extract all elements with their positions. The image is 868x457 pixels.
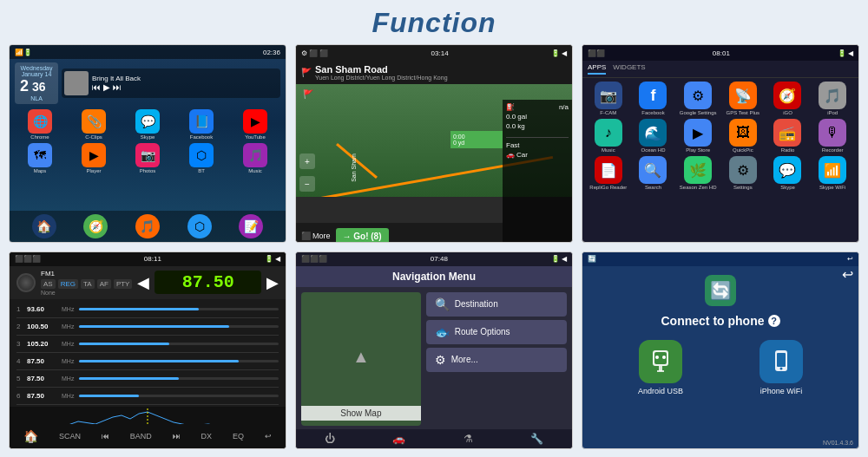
app-facebook-label: Facebook [190,134,213,140]
app-igo[interactable]: 🧭 iGO [767,82,809,115]
app-play[interactable]: ▶ Play Store [677,119,719,153]
next-freq-btn[interactable]: ▶ [266,273,279,292]
nav-statusbar: ⚙ ⬛ ⬛ 03:14 🔋 ◀ [296,45,572,61]
more-nav-btn[interactable]: ⚙ More... [426,348,567,372]
radio-status-left: ⬛⬛⬛ [15,255,41,263]
app-skype2[interactable]: 💬 Skype [767,156,809,190]
app-chrome-icon: 🌐 [28,109,52,134]
radio-knob[interactable] [16,273,36,292]
radio-home-btn[interactable]: 🏠 [23,429,38,443]
app-fb-label: Facebook [641,110,664,115]
app-skypewifi-icon: 📶 [819,156,846,184]
date-widget: Wednesday January 14 2 36 NLA [15,62,58,104]
app-recorder[interactable]: 🎙 Recorder [812,119,853,153]
scan-btn[interactable]: SCAN [59,432,81,441]
radio-statusbar: ⬛⬛⬛ 08:11 🔋 ◀ [10,252,286,266]
tab-apps[interactable]: APPS [588,63,606,75]
pty-btn[interactable]: PTY [114,279,133,289]
help-icon[interactable]: ? [768,315,780,327]
back-btn[interactable]: ↩ [265,432,272,441]
app-play-icon: ▶ [684,119,712,147]
app-music[interactable]: 🎵 Music [230,143,280,173]
dock-home[interactable]: 🏠 [32,214,56,238]
prev-freq-btn[interactable]: ◀ [137,273,149,292]
route-options-btn[interactable]: 🐟 Route Options [426,320,567,344]
app-skypewifi[interactable]: 📶 Skype WiFi [812,156,853,190]
freq-unit-1: MHz [62,306,79,312]
nav-more-btn[interactable]: ⬛ More [301,232,331,240]
dock-music[interactable]: 🎵 [135,214,160,238]
af-btn[interactable]: AF [97,279,111,289]
app-music2[interactable]: ♪ Music [588,119,629,153]
app-season[interactable]: 🌿 Season Zen HD [677,156,719,190]
ta-btn[interactable]: TA [81,279,95,289]
app-fcam-label: F-CAM [600,110,616,115]
android-usb-option[interactable]: Android USB [638,340,683,395]
connect-title-text: Connect to phone [661,314,765,328]
app-fcam[interactable]: 📷 F-CAM [588,82,629,115]
navmenu-power-icon[interactable]: ⏻ [325,433,335,445]
app-photos-icon: 📷 [135,143,160,167]
destination-btn[interactable]: 🔍 Destination [426,292,567,317]
go-button[interactable]: → Go! (8) [336,228,389,243]
screen-apps-grid: ⬛⬛ 08:01 🔋 ◀ APPS WIDGETS 📷 F-CAM f Face… [582,44,859,243]
navmenu-car-icon[interactable]: 🚗 [392,433,405,445]
nav-bottom: ⬛ More → Go! (8) [296,223,503,243]
app-search[interactable]: 🔍 Search [633,156,674,190]
navmenu-flask-icon[interactable]: ⚗ [464,433,473,445]
eq-btn[interactable]: EQ [233,432,244,441]
nav-menu-content: ▲ Show Map 🔍 Destination 🐟 Route Options… [296,287,572,432]
dx-btn[interactable]: DX [201,432,213,441]
app-facebook[interactable]: 📘 Facebook [176,109,227,140]
dock-compass[interactable]: 🧭 [83,214,108,238]
zoom-in-btn[interactable]: + [299,153,315,169]
day1: 2 [20,77,29,95]
app-cclips[interactable]: 📎 C-Clips [69,109,119,140]
freq-item-6[interactable]: 6 87.50 MHz [16,388,279,405]
music-controls[interactable]: ⏮▶⏭ [92,82,141,92]
app-ocean[interactable]: 🌊 Ocean HD [633,119,674,153]
app-player[interactable]: ▶ Player [69,143,119,173]
freq-item-4[interactable]: 4 87.50 MHz [16,353,279,370]
app-gsettings[interactable]: ⚙ Google Settings [677,82,719,115]
app-repligo[interactable]: 📄 RepliGo Reader [588,156,629,190]
app-chrome[interactable]: 🌐 Chrome [15,109,65,140]
app-maps[interactable]: 🗺 Maps [15,143,65,173]
prev-btn[interactable]: ⏮ [102,432,109,441]
app-photos[interactable]: 📷 Photos [122,143,173,173]
next-btn[interactable]: ⏭ [173,432,181,441]
app-ipod[interactable]: 🎵 iPod [812,82,853,115]
app-settings[interactable]: ⚙ Settings [722,156,764,190]
app-fb[interactable]: f Facebook [633,82,674,115]
app-season-icon: 🌿 [684,156,712,184]
freq-item-2[interactable]: 2 100.50 MHz [16,318,279,336]
app-quickpic[interactable]: 🖼 QuickPic [722,119,764,153]
freq-item-5[interactable]: 5 87.50 MHz [16,370,279,388]
app-gsettings-label: Google Settings [680,110,717,115]
app-fb-icon: f [639,82,667,109]
dock-bt[interactable]: ⬡ [187,214,212,238]
as-btn[interactable]: AS [41,279,56,289]
freq-num-3: 3 [16,340,27,348]
nav-map-preview[interactable]: ▲ Show Map [301,292,421,427]
freq-mhz-5: 87.50 [27,375,62,382]
app-skype[interactable]: 💬 Skype [122,109,173,140]
iphone-wifi-option[interactable]: iPhone WiFi [760,340,803,395]
connect-status-right: ↩ [847,255,853,263]
navmenu-wrench-icon[interactable]: 🔧 [530,433,543,445]
app-gps[interactable]: 📡 GPS Test Plus [722,82,764,115]
freq-item-1[interactable]: 1 93.60 MHz [16,301,279,318]
freq-bar-2 [79,325,279,328]
radio-mode-btns: FM1 AS REG TA AF PTY None [41,270,132,296]
reg-btn[interactable]: REG [58,279,78,289]
band-btn[interactable]: BAND [130,432,152,441]
app-bluetooth[interactable]: ⬡ BT [176,143,227,173]
freq-item-3[interactable]: 3 105.20 MHz [16,336,279,353]
zoom-out-btn[interactable]: − [299,176,315,192]
tab-widgets[interactable]: WIDGETS [613,63,645,75]
dock-note[interactable]: 📝 [239,214,263,238]
app-youtube[interactable]: ▶ YouTube [230,109,280,140]
back-button[interactable]: ↩ [842,266,853,283]
app-radio[interactable]: 📻 Radio [767,119,809,153]
nav-co2-row: 0.0 kg [506,122,569,130]
